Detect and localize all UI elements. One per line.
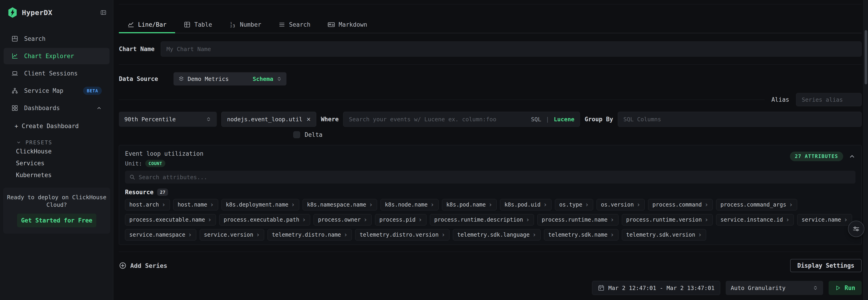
chevron-right-icon: › — [705, 201, 708, 208]
sidebar-item-search[interactable]: Search — [4, 31, 110, 47]
attributes-panel-title-block: Event loop utilization Unit: COUNT — [125, 150, 203, 167]
attribute-chip[interactable]: process.runtime.description › — [430, 214, 534, 225]
main-content: Line/Bar Table 123 Number Search Markdow… — [114, 0, 868, 300]
lucene-language-toggle[interactable]: Lucene — [554, 116, 574, 122]
delta-checkbox[interactable] — [293, 131, 300, 138]
aggregation-select[interactable]: 90th Percentile — [119, 112, 217, 127]
add-series-button[interactable]: Add Series — [119, 262, 167, 269]
attribute-chip[interactable]: process.executable.name › — [125, 214, 216, 225]
collapse-sidebar-icon[interactable] — [100, 9, 106, 16]
tab-table[interactable]: Table — [175, 17, 221, 33]
chart-explorer-icon — [11, 53, 18, 59]
scrollbar[interactable] — [863, 0, 868, 300]
where-input[interactable]: Search your events w/ Lucene ex. column:… — [343, 112, 580, 127]
attribute-group-label: Resource — [125, 189, 153, 196]
create-dashboard-button[interactable]: + Create Dashboard — [0, 122, 113, 130]
attribute-chip[interactable]: process.owner › — [314, 214, 372, 225]
attribute-chip[interactable]: k8s.pod.name › — [442, 199, 497, 211]
preset-services[interactable]: Services — [0, 157, 113, 169]
remove-metric-icon[interactable]: × — [307, 116, 311, 122]
chart-name-input[interactable] — [161, 42, 862, 57]
attribute-chip[interactable]: os.version › — [596, 199, 645, 211]
attribute-chip[interactable]: telemetry.sdk.language › — [453, 229, 540, 241]
display-settings-button[interactable]: Display Settings — [790, 259, 862, 272]
attribute-chip[interactable]: k8s.pod.uid › — [500, 199, 552, 211]
attribute-chip-label: service.version — [204, 231, 253, 238]
where-placeholder: Search your events w/ Lucene ex. column:… — [349, 116, 528, 122]
unit-line: Unit: COUNT — [125, 160, 203, 167]
preset-clickhouse[interactable]: ClickHouse — [0, 145, 113, 157]
attribute-chip[interactable]: telemetry.sdk.version › — [622, 229, 706, 241]
attribute-chip[interactable]: process.command_args › — [716, 199, 797, 211]
attribute-chip[interactable]: k8s.node.name › — [380, 199, 439, 211]
attribute-chip[interactable]: process.command › — [648, 199, 713, 211]
metric-title: Event loop utilization — [125, 150, 203, 157]
attribute-chip[interactable]: process.pid › — [375, 214, 427, 225]
chevron-right-icon: › — [188, 231, 192, 238]
search-icon — [129, 174, 135, 180]
scrollbar-thumb[interactable] — [865, 30, 867, 84]
attribute-chip[interactable]: k8s.deployment.name › — [222, 199, 299, 211]
time-range-button[interactable]: Mar 2 12:47:01 - Mar 2 13:47:01 — [592, 281, 720, 295]
attribute-chip[interactable]: host.arch › — [125, 199, 170, 211]
chevron-right-icon: › — [532, 231, 536, 238]
tab-label: Number — [240, 21, 261, 28]
chart-settings-fab[interactable] — [848, 221, 864, 237]
attribute-chip[interactable]: os.type › — [555, 199, 593, 211]
attribute-chip[interactable]: telemetry.distro.name › — [268, 229, 352, 241]
schema-link[interactable]: Schema — [253, 76, 273, 82]
sql-language-toggle[interactable]: SQL — [531, 116, 541, 122]
attribute-chip[interactable]: service.instance.id › — [716, 214, 794, 225]
granularity-select[interactable]: Auto Granularity — [726, 281, 823, 295]
presets-section-toggle[interactable]: PRESETS — [0, 139, 113, 145]
tab-number[interactable]: 123 Number — [221, 17, 270, 33]
metric-name: nodejs.event_loop.util — [227, 116, 302, 122]
tab-label: Table — [194, 21, 212, 28]
attribute-chip[interactable]: telemetry.distro.version › — [355, 229, 450, 241]
attribute-chip[interactable]: k8s.namespace.name › — [303, 199, 377, 211]
cloud-promo-card: Ready to deploy on ClickHouse Cloud? Get… — [3, 188, 110, 234]
attribute-chip-label: process.runtime.version — [626, 217, 702, 223]
metric-chip[interactable]: nodejs.event_loop.util × — [221, 112, 316, 127]
collapse-attributes-icon[interactable] — [849, 153, 856, 160]
series-alias-input[interactable] — [796, 93, 862, 106]
table-layout-icon — [11, 35, 18, 42]
group-by-input[interactable] — [618, 112, 862, 127]
attribute-chip[interactable]: service.namespace › — [125, 229, 196, 241]
attribute-chip[interactable]: process.executable.path › — [219, 214, 310, 225]
attribute-search-input[interactable] — [139, 174, 851, 181]
sidebar-item-chart-explorer[interactable]: Chart Explorer — [4, 48, 110, 64]
tab-markdown[interactable]: Markdown — [319, 17, 376, 33]
chevron-right-icon: › — [698, 231, 702, 238]
chevron-right-icon: › — [418, 217, 422, 223]
sidebar-item-dashboards[interactable]: Dashboards — [4, 100, 110, 116]
tab-line-bar[interactable]: Line/Bar — [119, 17, 175, 33]
run-button[interactable]: Run — [829, 281, 862, 295]
svg-text:1: 1 — [230, 21, 232, 25]
attribute-chip-label: k8s.deployment.name — [226, 201, 288, 208]
sidebar-item-client-sessions[interactable]: Client Sessions — [4, 65, 110, 82]
plus-circle-icon — [119, 262, 127, 269]
attribute-chip[interactable]: service.name › — [797, 214, 852, 225]
hyperdx-logo-icon — [7, 7, 18, 18]
preset-kubernetes[interactable]: Kubernetes — [0, 169, 113, 181]
data-source-select[interactable]: Demo Metrics Schema — [174, 72, 286, 85]
sidebar-item-service-map[interactable]: Service Map BETA — [4, 83, 110, 99]
chevron-right-icon: › — [786, 217, 790, 223]
attribute-chip-label: process.pid — [379, 217, 415, 223]
attribute-chip[interactable]: host.name › — [173, 199, 218, 211]
get-started-button[interactable]: Get Started for Free — [17, 214, 96, 227]
attribute-chip-label: os.type — [559, 201, 582, 208]
attribute-chip-label: os.version — [601, 201, 634, 208]
logo-row: HyperDX — [0, 0, 113, 18]
attribute-chip[interactable]: telemetry.sdk.name › — [544, 229, 618, 241]
attribute-chip[interactable]: process.runtime.version › — [622, 214, 713, 225]
tab-search[interactable]: Search — [270, 17, 319, 33]
top-divider — [119, 4, 862, 4]
attribute-chip[interactable]: process.runtime.name › — [537, 214, 618, 225]
attribute-chip-label: telemetry.sdk.version — [626, 231, 695, 238]
chevron-right-icon: › — [256, 231, 260, 238]
alias-row: Alias — [119, 93, 862, 106]
service-map-icon — [11, 87, 18, 94]
attribute-chip[interactable]: service.version › — [200, 229, 265, 241]
